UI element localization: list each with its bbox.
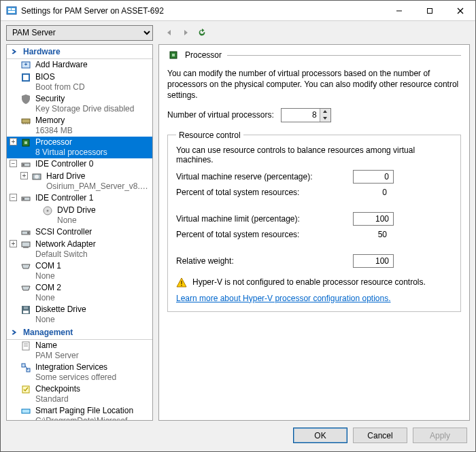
spin-down-icon[interactable] (320, 115, 330, 122)
tree-item-ide0[interactable]: − IDE Controller 0 (7, 158, 152, 171)
svg-rect-12 (26, 63, 27, 66)
tree-item-com2[interactable]: COM 2None (7, 282, 152, 304)
vm-selector[interactable]: PAM Server (6, 25, 153, 41)
section-hardware[interactable]: Hardware (7, 45, 152, 59)
svg-marker-47 (323, 110, 327, 113)
chevron-down-icon (10, 47, 19, 56)
floppy-icon (20, 305, 31, 315)
maximize-button[interactable] (414, 1, 445, 20)
learn-more-link[interactable]: Learn more about Hyper-V processor confi… (176, 294, 391, 303)
tree-item-name[interactable]: NamePAM Server (7, 340, 152, 362)
nav-back-icon[interactable] (163, 26, 176, 39)
cancel-button[interactable]: Cancel (353, 428, 407, 443)
ok-button[interactable]: OK (293, 428, 347, 443)
network-icon (20, 239, 31, 250)
tree-item-bios[interactable]: BIOSBoot from CD (7, 71, 152, 93)
expander-plus-icon[interactable]: + (10, 138, 17, 145)
panel-description: You can modify the number of virtual pro… (167, 68, 461, 101)
dialog-buttons: OK Cancel Apply (1, 421, 475, 451)
section-management[interactable]: Management (7, 326, 152, 340)
settings-tree: Hardware Add Hardware BIOSBoot from CD (6, 44, 153, 421)
svg-rect-36 (24, 307, 28, 309)
tree-item-harddrive[interactable]: + Hard DriveOsirium_PAM_Server_v8.0... (7, 171, 152, 192)
paging-icon (20, 406, 31, 417)
expander-minus-icon[interactable]: − (10, 160, 17, 167)
limit-label: Virtual machine limit (percentage): (176, 214, 353, 224)
section-management-label: Management (23, 328, 73, 337)
resource-control-group: Resource control You can use resource co… (167, 131, 461, 312)
close-button[interactable] (445, 1, 475, 20)
expander-minus-icon[interactable]: − (10, 194, 17, 201)
tree-item-network[interactable]: + Network AdapterDefault Switch (7, 239, 152, 260)
expander-plus-icon[interactable]: + (10, 240, 17, 247)
reserve-input[interactable] (353, 170, 394, 184)
svg-rect-27 (22, 198, 24, 200)
weight-input[interactable] (353, 254, 394, 268)
tree-item-diskette[interactable]: Diskette DriveNone (7, 304, 152, 326)
rc-legend: Resource control (176, 131, 243, 140)
harddrive-icon (31, 171, 42, 182)
dvd-icon (42, 205, 53, 216)
svg-rect-31 (27, 232, 29, 234)
integration-icon (20, 362, 31, 373)
content-area: Hardware Add Hardware BIOSBoot from CD (1, 44, 475, 421)
limit-total-label: Percent of total system resources: (176, 230, 353, 239)
tree-item-dvddrive[interactable]: DVD DriveNone (7, 205, 152, 226)
tree-item-memory[interactable]: Memory16384 MB (7, 115, 152, 137)
svg-rect-3 (8, 11, 15, 13)
titlebar: Settings for PAM Server on ASSET-692 (1, 1, 475, 21)
num-vp-row: Number of virtual processors: (167, 108, 461, 122)
toolbar: PAM Server (1, 21, 475, 44)
tree-item-checkpoints[interactable]: CheckpointsStandard (7, 383, 152, 405)
tree-item-scsi[interactable]: SCSI Controller (7, 226, 152, 239)
section-hardware-label: Hardware (23, 47, 61, 56)
tree-item-ide1[interactable]: − IDE Controller 1 (7, 192, 152, 205)
svg-rect-35 (23, 311, 29, 313)
tree-item-security[interactable]: SecurityKey Storage Drive disabled (7, 93, 152, 115)
svg-rect-50 (181, 281, 182, 284)
nav-arrows (163, 26, 209, 39)
reserve-label: Virtual machine reserve (percentage): (176, 172, 353, 181)
spin-up-icon[interactable] (320, 109, 330, 116)
apply-button[interactable]: Apply (413, 428, 467, 443)
svg-rect-21 (24, 141, 27, 144)
expander-plus-icon[interactable]: + (20, 172, 28, 179)
tree-item-add-hardware[interactable]: Add Hardware (7, 59, 152, 71)
chevron-down-icon (10, 328, 19, 337)
serial-port-icon (20, 261, 31, 272)
refresh-icon[interactable] (195, 26, 209, 39)
svg-rect-44 (22, 409, 30, 413)
svg-point-29 (47, 210, 49, 212)
settings-tree-scroll[interactable]: Hardware Add Hardware BIOSBoot from CD (7, 45, 152, 420)
add-hardware-icon (20, 60, 31, 71)
checkpoint-icon (20, 384, 31, 395)
svg-rect-15 (22, 119, 30, 123)
num-vp-spinner[interactable] (281, 108, 331, 122)
limit-input[interactable] (353, 212, 394, 226)
tree-item-smartpaging[interactable]: Smart Paging File LocationC:\ProgramData… (7, 405, 152, 420)
reserve-total-label: Percent of total system resources: (176, 188, 353, 197)
svg-rect-14 (23, 75, 29, 80)
memory-icon (20, 116, 31, 126)
rc-intro: You can use resource controls to balance… (176, 145, 452, 164)
processor-panel: Processor You can modify the number of v… (158, 44, 470, 421)
tree-item-integration[interactable]: Integration ServicesSome services offere… (7, 362, 152, 383)
tree-item-processor[interactable]: + Processor8 Virtual processors (7, 137, 152, 158)
svg-rect-5 (427, 8, 432, 13)
minimize-button[interactable] (384, 1, 414, 20)
reserve-total-value: 0 (353, 188, 394, 197)
panel-title-row: Processor (167, 49, 461, 61)
tree-item-com1[interactable]: COM 1None (7, 260, 152, 282)
shield-icon (20, 94, 31, 105)
warning-row: Hyper-V is not configured to enable proc… (176, 277, 452, 288)
svg-point-25 (35, 175, 39, 179)
nav-forward-icon[interactable] (179, 26, 192, 39)
svg-rect-23 (22, 164, 24, 166)
settings-window: Settings for PAM Server on ASSET-692 PAM… (0, 0, 476, 452)
processor-icon (167, 49, 180, 61)
controller-icon (20, 193, 31, 204)
num-vp-input[interactable] (282, 109, 320, 122)
svg-rect-0 (7, 7, 16, 14)
controller-icon (20, 159, 31, 170)
bios-icon (20, 72, 31, 83)
